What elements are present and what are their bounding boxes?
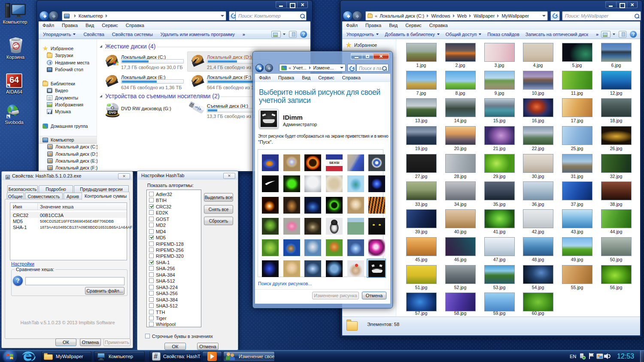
svg-text:DVD: DVD	[109, 111, 116, 115]
